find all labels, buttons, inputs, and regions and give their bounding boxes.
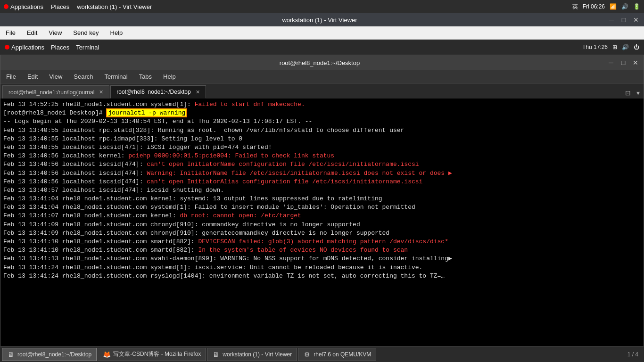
host-system-bar: Applications Places workstation (1) - Vi…	[0, 0, 644, 13]
inner-gnome-right: Thu 17:26 ⊞ 🔊 ⏻	[582, 44, 639, 50]
taskbar-item-virt[interactable]: 🖥 workstation (1) - Virt Viewer	[207, 348, 297, 361]
term-line-18: Feb 13 13:41:13 rhel8_node1.student.com …	[3, 255, 641, 263]
inner-applications-label: Applications	[11, 44, 44, 51]
terminal-titlebar: root@rhel8_node1:~/Desktop ─ □ ✕	[0, 55, 644, 70]
terminal-taskbar-icon: 🖥	[7, 351, 15, 358]
terminal-tab-1[interactable]: root@rhel8_node1:~/Desktop ✕	[110, 85, 206, 99]
terminal-controls: ─ □ ✕	[607, 58, 640, 67]
inner-terminal-label[interactable]: Terminal	[76, 44, 99, 51]
taskbar-item-firefox[interactable]: 🦊 写文章-CSDN博客 - Mozilla Firefox	[98, 348, 206, 361]
taskbar-item-terminal[interactable]: 🖥 root@rhel8_node1:~/Desktop	[2, 348, 97, 361]
virt-file-menu[interactable]: File	[4, 28, 17, 37]
virt-viewer-controls: ─ □ ✕	[607, 16, 640, 24]
term-line-4: Feb 13 13:40:55 localhost rpc.idmapd[333…	[3, 135, 641, 143]
firefox-taskbar-icon: 🦊	[103, 351, 110, 358]
host-lang-label: 英	[572, 3, 578, 11]
virt-sendkey-menu[interactable]: Send key	[71, 28, 100, 37]
terminal-tab-1-label: root@rhel8_node1:~/Desktop	[116, 89, 190, 95]
taskbar-firefox-label: 写文章-CSDN博客 - Mozilla Firefox	[113, 350, 201, 358]
term-line-7: Feb 13 13:40:56 localhost iscsid[474]: c…	[3, 160, 641, 169]
terminal-tab-0[interactable]: root@rhel8_node1:/run/log/journal ✕	[2, 85, 109, 99]
terminal-tab-1-close[interactable]: ✕	[196, 89, 200, 95]
terminal-menubar: File Edit View Search Terminal Tabs Help	[0, 70, 644, 83]
taskbar-page-label: 1 / 4	[627, 351, 638, 358]
terminal-tabs-right: ⊡ ▾	[623, 88, 642, 99]
term-line-0: Feb 13 14:52:25 rhel8_node1.student.com …	[3, 100, 641, 109]
term-line-8: Feb 13 13:40:56 localhost iscsid[474]: W…	[3, 169, 641, 178]
term-line-14: Feb 13 13:41:09 rhel8_node1.student.com …	[3, 221, 641, 229]
inner-power-icon: ⏻	[634, 44, 639, 50]
term-line-12: Feb 13 13:41:04 rhel8_node1.student.com …	[3, 203, 641, 212]
term-line-15: Feb 13 13:41:09 rhel8_node1.student.com …	[3, 229, 641, 238]
term-view-menu[interactable]: View	[47, 72, 64, 81]
term-line-10: Feb 13 13:40:57 localhost iscsid[474]: i…	[3, 186, 641, 195]
terminal-close-btn[interactable]: ✕	[631, 58, 640, 67]
tab-screenshot-icon[interactable]: ⊡	[623, 88, 633, 98]
term-line-3: Feb 13 13:40:55 localhost rpc.statd[328]…	[3, 126, 641, 135]
taskbar-virt-label: workstation (1) - Virt Viewer	[223, 351, 292, 358]
inner-gnome-left: Applications Places Terminal	[5, 44, 99, 51]
term-line-13: Feb 13 13:41:07 rhel8_node1.student.com …	[3, 212, 641, 220]
inner-network-icon: ⊞	[612, 44, 617, 50]
term-edit-menu[interactable]: Edit	[25, 72, 40, 81]
kvm-taskbar-icon: ⚙	[303, 351, 311, 358]
inner-gnome-bar: Applications Places Terminal Thu 17:26 ⊞…	[0, 40, 644, 55]
host-volume-icon: 🔊	[621, 3, 628, 10]
virt-viewer-window: Applications Places workstation (1) - Vi…	[0, 0, 644, 362]
virt-edit-menu[interactable]: Edit	[25, 28, 39, 37]
taskbar: 🖥 root@rhel8_node1:~/Desktop 🦊 写文章-CSDN博…	[0, 346, 644, 362]
host-applications-label: Applications	[10, 3, 43, 10]
system-bar-left: Applications Places workstation (1) - Vi…	[4, 3, 152, 10]
term-terminal-menu[interactable]: Terminal	[103, 72, 130, 81]
term-file-menu[interactable]: File	[4, 72, 18, 81]
virt-help-menu[interactable]: Help	[108, 28, 125, 37]
term-line-17: Feb 13 13:41:10 rhel8_node1.student.com …	[3, 246, 641, 255]
term-tabs-menu[interactable]: Tabs	[137, 72, 154, 81]
virt-viewer-title: workstation (1) - Virt Viewer	[32, 16, 607, 24]
tab-expand-icon[interactable]: ▾	[635, 88, 642, 98]
terminal-tab-0-close[interactable]: ✕	[99, 89, 103, 95]
host-app-icon	[4, 4, 8, 9]
term-line-16: Feb 13 13:41:10 rhel8_node1.student.com …	[3, 238, 641, 246]
virt-view-menu[interactable]: View	[47, 28, 64, 37]
system-bar-right: 英 Fri 06:26 📶 🔊 🔋	[572, 3, 640, 11]
term-line-6: Feb 13 13:40:56 localhost kernel: pciehp…	[3, 152, 641, 160]
virt-viewer-menubar: File Edit View Send key Help	[0, 26, 644, 40]
virt-viewer-titlebar: workstation (1) - Virt Viewer ─ □ ✕	[0, 13, 644, 26]
terminal-tab-0-label: root@rhel8_node1:/run/log/journal	[8, 89, 94, 96]
host-window-title-label: workstation (1) - Virt Viewer	[77, 3, 152, 10]
terminal-maximize-btn[interactable]: □	[619, 58, 627, 67]
term-line-11: Feb 13 13:41:04 rhel8_node1.student.com …	[3, 195, 641, 203]
taskbar-terminal-label: root@rhel8_node1:~/Desktop	[17, 351, 91, 358]
host-applications-btn[interactable]: Applications	[4, 3, 43, 10]
terminal-content[interactable]: Feb 13 14:52:25 rhel8_node1.student.com …	[0, 99, 644, 362]
term-line-2: -- Logs begin at Thu 2020-02-13 13:40:54…	[3, 117, 641, 126]
inner-applications-btn[interactable]: Applications	[5, 44, 44, 51]
term-line-9: Feb 13 13:40:56 localhost iscsid[474]: c…	[3, 178, 641, 186]
term-line-5: Feb 13 13:40:55 localhost iscsid[471]: i…	[3, 143, 641, 152]
term-line-1: [root@rhel8_node1 Desktop]# journalctl -…	[3, 109, 641, 117]
terminal-window: root@rhel8_node1:~/Desktop ─ □ ✕ File Ed…	[0, 55, 644, 362]
term-line-19: Feb 13 13:41:24 rhel8_node1.student.com …	[3, 263, 641, 272]
host-time-label: Fri 06:26	[583, 3, 605, 10]
taskbar-kvm-label: rhel7.6 on QEMU/KVM	[314, 351, 371, 358]
term-line-20: Feb 13 13:41:24 rhel8_node1.student.com …	[3, 272, 641, 280]
inner-volume-icon: 🔊	[622, 44, 629, 50]
terminal-tabs: root@rhel8_node1:/run/log/journal ✕ root…	[0, 83, 644, 99]
host-wifi-icon: 📶	[610, 3, 617, 10]
host-places-label[interactable]: Places	[51, 3, 69, 10]
virt-viewer-minimize-btn[interactable]: ─	[607, 16, 616, 24]
inner-time-label: Thu 17:26	[582, 44, 608, 50]
taskbar-page-indicator: 1 / 4	[627, 351, 642, 358]
term-search-menu[interactable]: Search	[72, 72, 95, 81]
virt-taskbar-icon: 🖥	[212, 351, 220, 358]
inner-places-label[interactable]: Places	[51, 44, 69, 51]
terminal-title: root@rhel8_node1:~/Desktop	[33, 59, 607, 66]
host-battery-icon: 🔋	[633, 3, 640, 10]
term-help-menu[interactable]: Help	[161, 72, 178, 81]
virt-viewer-close-btn[interactable]: ✕	[632, 16, 640, 24]
virt-viewer-maximize-btn[interactable]: □	[619, 16, 628, 24]
inner-app-icon	[5, 45, 9, 49]
taskbar-item-kvm[interactable]: ⚙ rhel7.6 on QEMU/KVM	[298, 348, 376, 361]
terminal-minimize-btn[interactable]: ─	[607, 58, 615, 67]
